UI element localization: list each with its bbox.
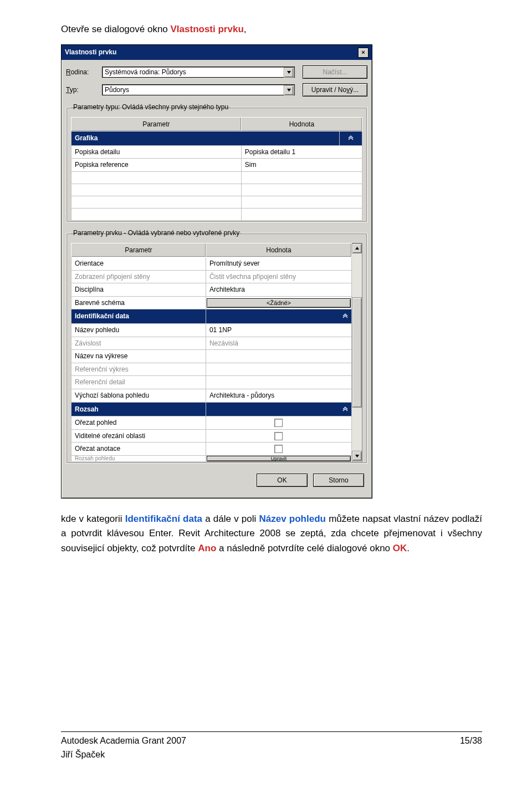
table-row[interactable]: Zobrazení připojení stěnyČistit všechna … xyxy=(71,270,352,283)
table-row[interactable]: Referenční detail xyxy=(71,376,352,389)
checkbox[interactable] xyxy=(274,445,283,453)
col-parametr: Parametr xyxy=(71,243,206,257)
label-rodina: Rodina: xyxy=(66,67,102,78)
col-hodnota: Hodnota xyxy=(206,243,351,257)
table-row[interactable]: Ořezat pohled xyxy=(71,416,352,430)
table-row[interactable]: Název pohledu01 1NP xyxy=(71,324,352,337)
combo-rodina[interactable]: Systémová rodina: Půdorys xyxy=(102,67,295,78)
table-row[interactable]: OrientacePromítnutý sever xyxy=(71,257,352,271)
row-typ: Typ: Půdorys Upravit / Nový... xyxy=(66,83,367,96)
table-row[interactable]: Výchozí šablona pohleduArchitektura - pů… xyxy=(71,389,352,403)
collapse-icon[interactable] xyxy=(206,402,351,416)
combo-typ[interactable]: Půdorys xyxy=(102,84,295,95)
table-header-row: Parametr Hodnota xyxy=(71,243,352,257)
collapse-icon[interactable] xyxy=(340,131,362,146)
dialog-button-row: OK Storno xyxy=(66,469,367,492)
svg-marker-1 xyxy=(287,89,291,92)
table-row-empty xyxy=(71,208,362,220)
svg-marker-2 xyxy=(355,247,359,250)
table-row[interactable]: ZávislostNezávislá xyxy=(71,337,352,350)
label-typ: Typ: xyxy=(66,85,102,95)
upravit-button[interactable]: Upravit xyxy=(207,456,351,461)
highlight-nazev-pohledu: Název pohledu xyxy=(259,514,326,524)
dialog-vlastnosti-prvku: Vlastnosti prvku × Rodina: Systémová rod… xyxy=(61,44,372,499)
footer-left: Autodesk Academia Grant 2007 Jiří Špaček xyxy=(61,734,186,762)
dialog-title: Vlastnosti prvku xyxy=(65,47,116,58)
table-row[interactable]: DisciplínaArchitektura xyxy=(71,283,352,297)
legend: Parametry prvku - Ovládá vybrané nebo vy… xyxy=(71,228,242,238)
scroll-handle[interactable] xyxy=(352,297,362,408)
text: , xyxy=(244,24,247,34)
table-row[interactable]: Barevné schéma<Žádné> xyxy=(71,296,352,309)
highlight-ok: OK xyxy=(393,543,407,553)
page: Otevře se dialogové okno Vlastnosti prvk… xyxy=(0,0,532,793)
scrollbar[interactable] xyxy=(352,243,362,462)
svg-marker-0 xyxy=(287,71,291,74)
table-row[interactable]: Referenční výkres xyxy=(71,363,352,376)
col-parametr: Parametr xyxy=(71,117,242,131)
collapse-icon[interactable] xyxy=(206,309,351,324)
section-rozsah[interactable]: Rozsah xyxy=(71,402,352,416)
highlight-identifikacni-data: Identifikační data xyxy=(125,514,202,524)
table-row-empty xyxy=(71,196,362,208)
body-paragraph: kde v kategorii Identifikační data a dál… xyxy=(61,509,482,556)
combo-value: Systémová rodina: Půdorys xyxy=(105,67,186,78)
intro-paragraph: Otevře se dialogové okno Vlastnosti prvk… xyxy=(61,22,482,37)
dlg-name-highlight: Vlastnosti prvku xyxy=(171,24,244,34)
table-row[interactable]: Popiska detailuPopiska detailu 1 xyxy=(71,145,362,159)
page-footer: Autodesk Academia Grant 2007 Jiří Špaček… xyxy=(61,731,482,762)
table-row[interactable]: Ořezat anotace xyxy=(71,443,352,456)
table-row-cut[interactable]: Rozsah pohleduUpravit xyxy=(71,456,352,462)
table-row[interactable]: Popiska referenceSim xyxy=(71,159,362,172)
legend: Parametry typu: Ovládá všechny prvky ste… xyxy=(71,102,231,113)
row-rodina: Rodina: Systémová rodina: Půdorys Načíst… xyxy=(66,65,367,79)
checkbox[interactable] xyxy=(274,432,283,440)
close-icon: × xyxy=(361,48,365,57)
barevne-schema-button[interactable]: <Žádné> xyxy=(207,298,351,308)
titlebar[interactable]: Vlastnosti prvku × xyxy=(62,45,372,60)
col-hodnota: Hodnota xyxy=(241,117,362,131)
table-row[interactable]: Viditelné ořezání oblasti xyxy=(71,429,352,443)
table-row[interactable]: Název na výkrese xyxy=(71,350,352,363)
chevron-down-icon[interactable] xyxy=(284,68,294,78)
table-parametry-prvku: Parametr Hodnota OrientacePromítnutý sev… xyxy=(71,243,352,462)
section-identifikacni-data[interactable]: Identifikační data xyxy=(71,309,352,324)
footer-divider xyxy=(61,731,482,732)
scroll-up-icon[interactable] xyxy=(352,243,362,253)
dialog-body: Rodina: Systémová rodina: Půdorys Načíst… xyxy=(62,60,372,498)
upravit-novy-button[interactable]: Upravit / Nový... xyxy=(303,83,367,96)
nacist-button: Načíst... xyxy=(303,65,367,79)
section-grafika[interactable]: Grafika xyxy=(71,131,362,146)
combo-value: Půdorys xyxy=(105,85,129,95)
checkbox[interactable] xyxy=(274,419,283,427)
svg-marker-3 xyxy=(355,455,359,458)
table-header-row: Parametr Hodnota xyxy=(71,117,362,131)
table-parametry-typu: Parametr Hodnota Grafika Popiska detailu… xyxy=(71,117,362,221)
table-row-empty xyxy=(71,171,362,184)
fieldset-parametry-typu: Parametry typu: Ovládá všechny prvky ste… xyxy=(66,102,367,222)
chevron-down-icon[interactable] xyxy=(284,85,294,95)
text: Otevře se dialogové okno xyxy=(61,24,171,34)
highlight-ano: Ano xyxy=(198,543,216,553)
scroll-down-icon[interactable] xyxy=(352,451,362,461)
fieldset-parametry-prvku: Parametry prvku - Ovládá vybrané nebo vy… xyxy=(66,228,367,464)
close-button[interactable]: × xyxy=(358,48,369,58)
storno-button[interactable]: Storno xyxy=(313,474,364,487)
page-number: 15/38 xyxy=(460,734,482,762)
table-row-empty xyxy=(71,184,362,196)
btn-label: Načíst... xyxy=(323,67,347,78)
ok-button[interactable]: OK xyxy=(257,474,308,487)
